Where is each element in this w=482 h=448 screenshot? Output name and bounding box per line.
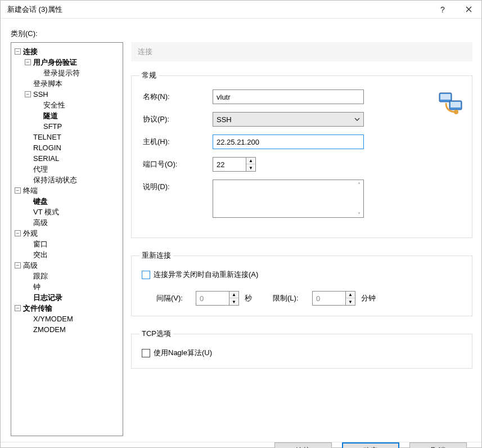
tree-toggle-icon[interactable]: − xyxy=(15,187,21,194)
tree-item[interactable]: 窗口 xyxy=(15,239,120,249)
connect-button[interactable]: 连接 xyxy=(274,442,332,448)
tree-toggle-icon[interactable]: − xyxy=(15,48,21,55)
tree-item[interactable]: SERIAL xyxy=(15,153,120,164)
checkbox-icon xyxy=(142,349,150,357)
tree-item[interactable]: 高级 xyxy=(15,217,120,228)
tree-item[interactable]: −用户身份验证 xyxy=(15,57,120,68)
port-spinner[interactable]: ▲▼ xyxy=(213,157,256,172)
tree-item[interactable]: −SSH xyxy=(15,89,120,100)
svg-rect-3 xyxy=(451,102,461,107)
label-protocol: 协议(P): xyxy=(139,114,213,124)
auto-reconnect-checkbox[interactable]: 连接异常关闭时自动重新连接(A) xyxy=(139,270,464,280)
description-textarea[interactable] xyxy=(213,180,364,218)
ok-button[interactable]: 确定 xyxy=(342,442,399,448)
name-input[interactable] xyxy=(213,89,364,104)
nagle-label: 使用Nagle算法(U) xyxy=(154,348,212,358)
label-interval: 间隔(V): xyxy=(156,293,190,303)
tree-toggle-icon[interactable]: − xyxy=(15,305,21,311)
category-label: 类别(C): xyxy=(11,29,472,39)
spin-down-icon: ▼ xyxy=(229,298,238,305)
tree-item[interactable]: −外观 xyxy=(15,228,120,239)
tree-item[interactable]: −文件传输 xyxy=(15,303,120,313)
label-desc: 说明(D): xyxy=(139,180,213,192)
tree-item-label: SERIAL xyxy=(33,153,59,164)
tree-item-label: 窗口 xyxy=(33,239,48,249)
legend-general: 常规 xyxy=(139,70,159,80)
tree-item-label: 高级 xyxy=(33,217,48,228)
label-port: 端口号(O): xyxy=(139,159,213,169)
category-tree[interactable]: −连接−用户身份验证登录提示符登录脚本−SSH安全性隧道SFTPTELNETRL… xyxy=(11,42,123,436)
checkbox-icon xyxy=(142,271,150,279)
port-spin-buttons[interactable]: ▲▼ xyxy=(246,157,256,172)
spin-up-icon: ▲ xyxy=(346,292,355,298)
limit-input[interactable] xyxy=(312,291,346,306)
port-input[interactable] xyxy=(213,157,246,172)
columns: −连接−用户身份验证登录提示符登录脚本−SSH安全性隧道SFTPTELNETRL… xyxy=(11,42,472,436)
tree-item[interactable]: TELNET xyxy=(15,132,120,142)
label-host: 主机(H): xyxy=(139,137,213,147)
legend-tcp: TCP选项 xyxy=(139,329,173,339)
svg-point-4 xyxy=(454,110,458,114)
close-button[interactable] xyxy=(456,1,481,19)
tree-item[interactable]: 安全性 xyxy=(15,100,120,110)
dialog-footer: 连接 确定 取消 xyxy=(1,442,481,448)
tree-item-label: 高级 xyxy=(23,260,38,271)
help-button[interactable]: ? xyxy=(430,1,456,19)
tree-item[interactable]: −连接 xyxy=(15,46,120,57)
tree-item[interactable]: 保持活动状态 xyxy=(15,174,120,185)
section-header: 连接 xyxy=(131,42,472,61)
tree-item[interactable]: SFTP xyxy=(15,121,120,132)
limit-spinner[interactable]: ▲▼ xyxy=(312,291,355,306)
cancel-button[interactable]: 取消 xyxy=(409,442,467,448)
protocol-value: SSH xyxy=(217,115,232,124)
tree-item[interactable]: VT 模式 xyxy=(15,207,120,217)
interval-spin-buttons[interactable]: ▲▼ xyxy=(229,291,239,306)
tree-toggle-icon[interactable]: − xyxy=(25,91,31,97)
tree-item[interactable]: 日志记录 xyxy=(15,292,120,303)
auto-reconnect-label: 连接异常关闭时自动重新连接(A) xyxy=(154,270,258,280)
titlebar: 新建会话 (3)属性 ? xyxy=(1,1,481,19)
tree-item-label: 代理 xyxy=(33,164,48,174)
tree-toggle-icon[interactable]: − xyxy=(25,59,31,65)
interval-spinner[interactable]: ▲▼ xyxy=(196,291,239,306)
close-icon xyxy=(466,6,472,12)
tree-item[interactable]: 代理 xyxy=(15,164,120,174)
tree-item[interactable]: X/YMODEM xyxy=(15,313,120,324)
spin-up-icon: ▲ xyxy=(229,292,238,298)
tree-item[interactable]: 突出 xyxy=(15,249,120,260)
tree-toggle-icon[interactable]: − xyxy=(15,230,21,236)
limit-spin-buttons[interactable]: ▲▼ xyxy=(346,291,355,306)
tree-item[interactable]: 隧道 xyxy=(15,110,120,121)
tree-item[interactable]: 键盘 xyxy=(15,196,120,207)
host-input[interactable] xyxy=(213,135,364,149)
tree-item[interactable]: RLOGIN xyxy=(15,142,120,153)
interval-input[interactable] xyxy=(196,291,229,306)
tree-item-label: 终端 xyxy=(23,185,38,196)
tree-item-label: SFTP xyxy=(43,121,62,132)
tree-item[interactable]: −终端 xyxy=(15,185,120,196)
settings-pane: 连接 常规 名称(N): 协议(P): SSH xyxy=(131,42,472,436)
tree-item[interactable]: 钟 xyxy=(15,281,120,292)
tree-item-label: 钟 xyxy=(33,281,40,292)
svg-rect-1 xyxy=(440,94,451,100)
tree-item-label: X/YMODEM xyxy=(33,313,73,324)
group-tcp: TCP选项 使用Nagle算法(U) xyxy=(131,329,472,369)
tree-item[interactable]: 跟踪 xyxy=(15,271,120,281)
tree-toggle-icon[interactable]: − xyxy=(15,262,21,268)
tree-item[interactable]: ZMODEM xyxy=(15,324,120,335)
tree-item-label: 跟踪 xyxy=(33,271,48,281)
tree-item[interactable]: 登录脚本 xyxy=(15,78,120,89)
unit-minutes: 分钟 xyxy=(361,293,384,303)
protocol-select[interactable]: SSH xyxy=(213,112,364,127)
tree-item[interactable]: 登录提示符 xyxy=(15,68,120,78)
dialog-body: 类别(C): −连接−用户身份验证登录提示符登录脚本−SSH安全性隧道SFTPT… xyxy=(1,19,481,442)
group-reconnect: 重新连接 连接异常关闭时自动重新连接(A) 间隔(V): ▲▼ 秒 限制(L): xyxy=(131,250,472,316)
unit-seconds: 秒 xyxy=(245,293,267,303)
tree-item-label: 登录提示符 xyxy=(43,68,80,78)
nagle-checkbox[interactable]: 使用Nagle算法(U) xyxy=(139,348,464,358)
tree-item[interactable]: −高级 xyxy=(15,260,120,271)
label-limit: 限制(L): xyxy=(273,293,307,303)
tree-item-label: 连接 xyxy=(23,46,38,57)
legend-reconnect: 重新连接 xyxy=(139,250,173,261)
spin-up-icon: ▲ xyxy=(246,158,255,164)
